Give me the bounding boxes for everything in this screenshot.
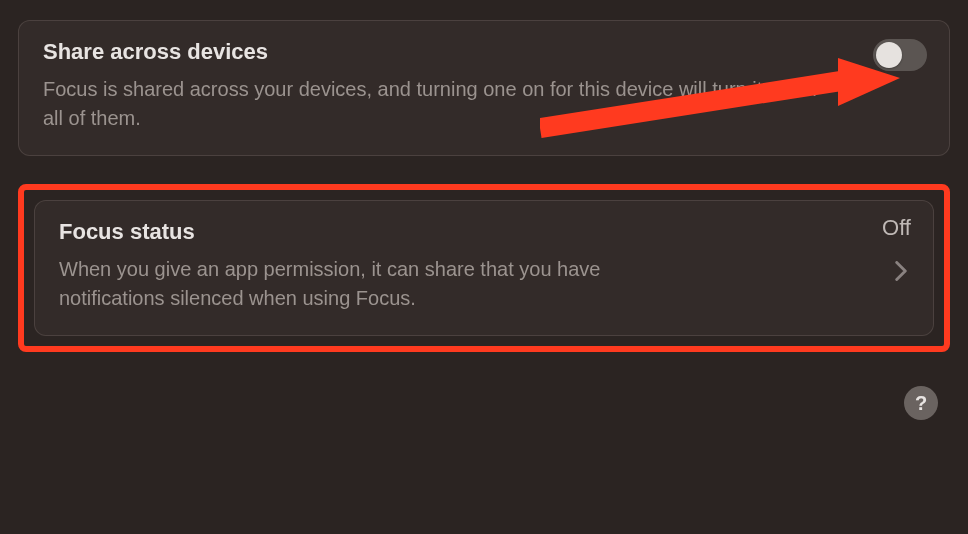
focus-status-highlight: Focus status When you give an app permis… (18, 184, 950, 352)
focus-status-value: Off (882, 215, 911, 241)
share-panel-description: Focus is shared across your devices, and… (43, 75, 843, 133)
toggle-knob-icon (876, 42, 902, 68)
help-button[interactable]: ? (904, 386, 938, 420)
chevron-right-icon (895, 261, 907, 281)
focus-status-description: When you give an app permission, it can … (59, 255, 699, 313)
focus-status-row[interactable]: Focus status When you give an app permis… (34, 200, 934, 336)
focus-status-title: Focus status (59, 219, 909, 245)
share-toggle[interactable] (873, 39, 927, 71)
share-panel-title: Share across devices (43, 39, 925, 65)
focus-status-value-group: Off (882, 215, 911, 241)
share-across-devices-panel: Share across devices Focus is shared acr… (18, 20, 950, 156)
help-icon: ? (915, 392, 927, 415)
